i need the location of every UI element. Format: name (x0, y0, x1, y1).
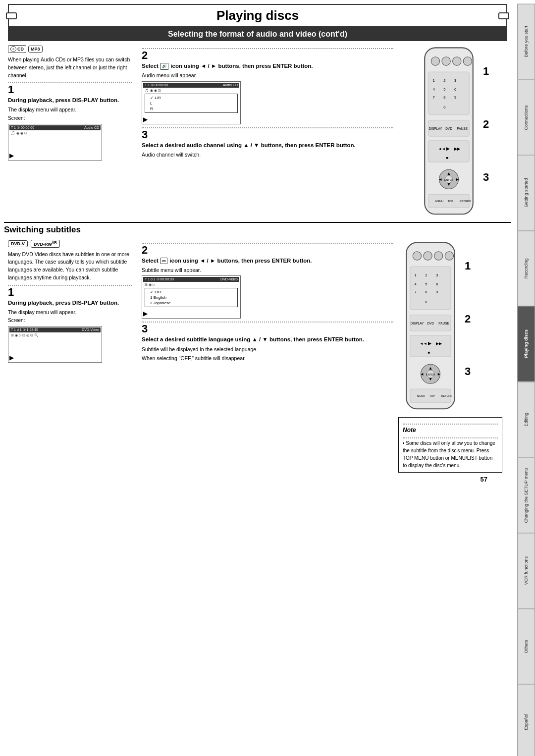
bottom-right-col: 1 2 3 4 5 6 7 8 9 0 DISPLAY DVD (398, 240, 507, 473)
svg-text:7: 7 (432, 95, 434, 100)
svg-text:◄◄: ◄◄ (420, 341, 427, 346)
screen-icons-sub: ⊞◉▷ (145, 283, 238, 287)
svg-text:4: 4 (432, 87, 434, 92)
screen-icons-row-2: 🎵◉◉⊡ (145, 89, 238, 93)
play-arrow-dvd: ▶ (9, 354, 101, 361)
screen-mockup-subtitle: T 1 d 1 ① 00:00:00 DVD-Video ⊞◉▷ OFF 1 E… (142, 275, 241, 319)
svg-text:4: 4 (415, 282, 417, 286)
bottom-step2-result: Subtitle menu will appear. (142, 267, 393, 274)
page-number: 57 (4, 476, 511, 483)
top-step-labels: 1 2 3 (483, 45, 489, 204)
step1-instruction: During playback, press DIS-PLAY button. (8, 96, 132, 104)
menu-item-lr: L/R (148, 95, 234, 101)
screen-header-dvd: T 1 d 1 ① 1:23:45 DVD-Video (9, 327, 101, 332)
svg-point-40 (445, 251, 453, 260)
svg-point-37 (413, 251, 421, 260)
sidebar-tab-vcr-functions[interactable]: VCR functions (517, 533, 535, 609)
dvd-rw-label: DVD-RW (34, 242, 52, 247)
svg-point-2 (442, 57, 450, 65)
note-title: Note (403, 426, 498, 434)
audio-menu: L/R L R (145, 94, 238, 113)
svg-text:9: 9 (436, 290, 438, 294)
svg-text:DVD: DVD (427, 322, 434, 325)
svg-text:MENU: MENU (417, 394, 425, 397)
screen-icons-row-dvd: ⊞ ◉ ▷ ⊡ ◎ ⊟ 🔍 (11, 333, 99, 337)
bottom-step2-instruction: Select ▭ icon using ◄ / ► buttons, then … (142, 257, 393, 265)
svg-text:DVD: DVD (445, 127, 452, 130)
svg-text:1: 1 (432, 78, 434, 83)
sidebar-tab-changing-setup[interactable]: Changing the SETUP menu (517, 458, 535, 534)
top-middle-col: 2 Select 🔊 icon using ◄ / ► buttons, the… (137, 45, 398, 217)
bottom-step3-result2: When selecting "OFF," subtitle will disa… (142, 355, 393, 362)
sidebar-tab-espanol[interactable]: Español (517, 684, 535, 756)
step2-number-top: 2 (142, 50, 393, 61)
screen-header-2: T 1 ① 00:00:00 Audio CD (143, 83, 239, 88)
svg-text:3: 3 (454, 78, 456, 83)
bottom-step1-result: The display menu will appear. (8, 309, 132, 316)
subtitle-english: 1 English (148, 295, 234, 300)
section-divider (4, 222, 511, 223)
remote-svg-top: 1 2 3 4 5 6 7 8 9 0 DISPLAY DVD (417, 45, 481, 217)
top-description: When playing Audio CDs or MP3 files you … (8, 56, 132, 79)
screen-body-dvd: ⊞ ◉ ▷ ⊡ ◎ ⊟ 🔍 (9, 332, 101, 352)
svg-text:6: 6 (436, 282, 438, 286)
svg-text:PAUSE: PAUSE (438, 322, 449, 325)
svg-text:0: 0 (425, 299, 427, 304)
svg-text:7: 7 (415, 290, 417, 294)
sidebar-tab-playing-discs[interactable]: Playing discs (517, 306, 535, 382)
step3-result-top: Audio channel will switch. (142, 151, 393, 159)
top-right-col: 1 2 3 4 5 6 7 8 9 0 DISPLAY DVD (398, 45, 507, 217)
step2-result-top: Audio menu will appear. (142, 72, 393, 79)
svg-text:DISPLAY: DISPLAY (428, 127, 442, 130)
bottom-step3-instruction: Select a desired subtitle language using… (142, 335, 393, 343)
select-label-bottom: Select (142, 258, 159, 264)
svg-point-4 (463, 57, 472, 65)
play-arrow-2: ▶ (143, 116, 239, 123)
screen-mockup-2: T 1 ① 00:00:00 Audio CD 🎵◉◉⊡ L/R L R (142, 81, 241, 124)
step1-result: The display menu will appear. (8, 106, 132, 113)
screen-type-2: Audio CD (223, 83, 238, 87)
svg-text:■: ■ (446, 156, 448, 160)
bottom-step3-number: 3 (142, 324, 393, 334)
screen-body-sub: ⊞◉▷ OFF 1 English 2 Japanese (143, 282, 239, 308)
svg-point-3 (452, 57, 461, 65)
svg-text:9: 9 (454, 95, 456, 100)
note-divider (403, 424, 498, 425)
sidebar-tab-others[interactable]: Others (517, 609, 535, 685)
page-title-bar: Playing discs (8, 4, 507, 27)
svg-text:▶: ▶ (428, 341, 431, 346)
sidebar-tab-before-you-start[interactable]: Before you start (517, 4, 535, 80)
bottom-step3-result1: Subtitle will be displayed in the select… (142, 346, 393, 353)
svg-text:8: 8 (425, 290, 427, 294)
screen-type-dvd: DVD-Video (82, 328, 99, 332)
remote-container-bottom: 1 2 3 4 5 6 7 8 9 0 DISPLAY DVD (398, 240, 471, 412)
svg-text:5: 5 (425, 282, 427, 286)
svg-text:PAUSE: PAUSE (457, 127, 468, 130)
svg-text:6: 6 (454, 87, 456, 92)
step3-instruction-top: Select a desired audio channel using ▲ /… (142, 141, 393, 149)
step3-divider-top (142, 127, 393, 128)
step1-number: 1 (8, 84, 132, 95)
svg-text:3: 3 (436, 272, 438, 277)
sidebar-tab-editing[interactable]: Editing (517, 382, 535, 458)
svg-text:1: 1 (415, 272, 417, 277)
dvd-rw-badge: DVD-RWVR (31, 240, 60, 248)
sidebar-tab-recording[interactable]: Recording (517, 231, 535, 307)
svg-text:◄◄: ◄◄ (438, 147, 445, 151)
screen-icons-row-1: 🎵 ◉ ◉ ⊡ (11, 131, 99, 135)
bottom-step1-divider (8, 285, 132, 286)
bottom-step1-instruction: During playback, press DIS-PLAY button. (8, 299, 132, 307)
svg-text:◄: ◄ (438, 177, 442, 182)
page-title: Playing discs (216, 8, 299, 23)
bottom-step-label-2: 2 (465, 313, 471, 325)
subtitle-menu: OFF 1 English 2 Japanese (145, 288, 238, 307)
screen-header-sub: T 1 d 1 ① 00:00:00 DVD-Video (143, 277, 239, 282)
sidebar-tab-getting-started[interactable]: Getting started (517, 155, 535, 231)
section-title: Switching subtitles (4, 225, 81, 235)
sidebar-tab-connections[interactable]: Connections (517, 80, 535, 156)
bottom-section: Switching subtitles DVD-V DVD-RWVR (4, 222, 511, 484)
remote-svg-bottom: 1 2 3 4 5 6 7 8 9 0 DISPLAY DVD (398, 240, 463, 412)
screen-type-sub: DVD-Video (220, 277, 238, 281)
format-icons: CD MP3 (8, 45, 132, 53)
switching-subtitles-header: Switching subtitles (4, 225, 511, 237)
